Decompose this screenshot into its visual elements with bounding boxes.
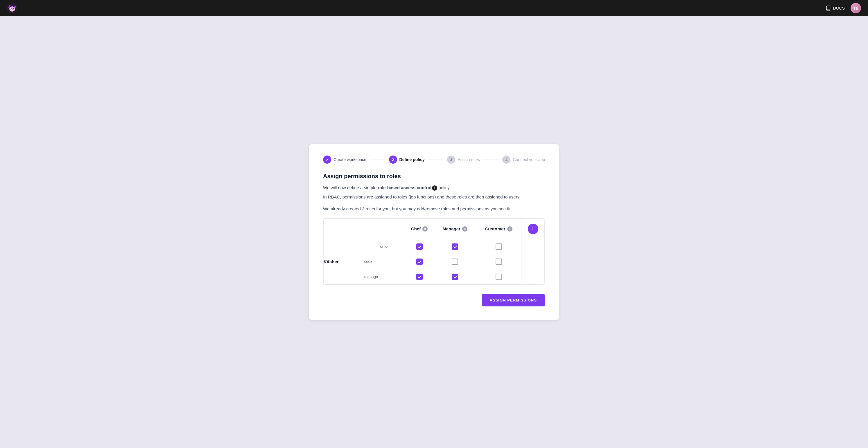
th-action-empty [364, 219, 405, 239]
checkbox-customer-cook[interactable] [496, 259, 502, 265]
checkbox-chef-enter[interactable] [416, 243, 423, 250]
perm-manager-cook [434, 254, 476, 269]
svg-point-8 [13, 8, 14, 9]
step-assign-roles: 3 Assign roles [447, 156, 479, 164]
step-3-label: Assign roles [458, 157, 479, 162]
customer-label: Customer [485, 226, 505, 231]
section-note: We already created 2 roles for you, but … [323, 206, 545, 211]
add-role-button[interactable]: + [528, 224, 538, 234]
action-cook: cook [364, 254, 405, 269]
checkbox-chef-cook[interactable] [416, 259, 423, 265]
th-resource-empty [323, 219, 364, 239]
th-manager: Manager × [434, 219, 476, 239]
step-4-circle: 4 [502, 156, 510, 164]
page-content: ✓ Create workspace 2 Define policy 3 Ass… [0, 16, 868, 448]
remove-manager-button[interactable]: × [462, 226, 467, 232]
remove-customer-button[interactable]: × [507, 226, 513, 232]
checkbox-chef-manage[interactable] [416, 274, 423, 280]
docs-link[interactable]: DOCS [826, 5, 845, 11]
main-card: ✓ Create workspace 2 Define policy 3 Ass… [309, 144, 559, 320]
perm-chef-enter [405, 239, 434, 254]
perm-add-manage [521, 269, 545, 284]
checkbox-manager-manage[interactable] [452, 274, 458, 280]
book-icon [826, 5, 831, 11]
th-add-role: + [521, 219, 545, 239]
perm-add-cook [521, 254, 545, 269]
card-footer: ASSIGN PERMISSIONS [323, 294, 545, 306]
step-3-circle: 3 [447, 156, 455, 164]
docs-label: DOCS [833, 6, 845, 10]
chef-label: Chef [411, 226, 421, 231]
stepper: ✓ Create workspace 2 Define policy 3 Ass… [323, 156, 545, 164]
perm-manager-manage [434, 269, 476, 284]
step-create-workspace: ✓ Create workspace [323, 156, 366, 164]
checkbox-manager-enter[interactable] [452, 243, 458, 250]
step-connector-3 [484, 160, 499, 160]
svg-point-9 [12, 9, 13, 10]
remove-chef-button[interactable]: × [423, 226, 428, 232]
section-desc-1: We will now define a simple role-based a… [323, 184, 545, 191]
perm-customer-enter [476, 239, 521, 254]
checkbox-customer-enter[interactable] [496, 243, 502, 250]
topnav: DOCS TE [0, 0, 868, 16]
step-connect-app: 4 Connect your app [502, 156, 545, 164]
permissions-table: Chef × Manager × Custome [323, 218, 545, 284]
app-logo[interactable] [7, 3, 18, 13]
checkbox-manager-cook[interactable] [452, 259, 458, 265]
step-connector-2 [428, 160, 444, 160]
resource-kitchen: Kitchen [323, 239, 364, 284]
topnav-right: DOCS TE [826, 3, 861, 13]
step-2-circle: 2 [389, 156, 397, 164]
step-1-label: Create workspace [334, 157, 366, 162]
svg-point-7 [11, 8, 11, 9]
table-row: Kitchen enter [323, 239, 545, 254]
perm-customer-manage [476, 269, 521, 284]
checkbox-customer-manage[interactable] [496, 274, 502, 280]
step-define-policy: 2 Define policy [389, 156, 425, 164]
user-avatar[interactable]: TE [850, 3, 861, 13]
manager-label: Manager [442, 226, 460, 231]
section-desc-2: In RBAC, permissions are assigned to rol… [323, 194, 545, 201]
perm-customer-cook [476, 254, 521, 269]
perm-add-enter [521, 239, 545, 254]
step-connector-1 [370, 160, 385, 160]
perm-chef-cook [405, 254, 434, 269]
action-manage: manage [364, 269, 405, 284]
section-title: Assign permissions to roles [323, 173, 545, 180]
step-1-circle: ✓ [323, 156, 331, 164]
assign-permissions-button[interactable]: ASSIGN PERMISSIONS [482, 294, 545, 306]
perm-chef-manage [405, 269, 434, 284]
step-4-label: Connect your app [513, 157, 545, 162]
info-icon[interactable]: i [432, 185, 437, 191]
permissions-table-wrapper: Chef × Manager × Custome [323, 218, 545, 285]
perm-manager-enter [434, 239, 476, 254]
th-customer: Customer × [476, 219, 521, 239]
th-chef: Chef × [405, 219, 434, 239]
step-2-label: Define policy [399, 157, 425, 162]
action-enter: enter [364, 239, 405, 254]
